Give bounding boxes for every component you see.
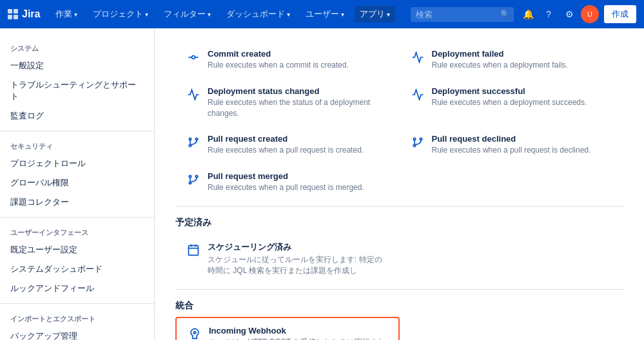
trigger-title: Deployment failed [432,49,568,59]
trigger-title: Deployment status changed [208,86,389,96]
sidebar-section-system: システム [0,39,154,56]
notifications-button[interactable]: 🔔 [519,5,537,23]
user-avatar[interactable]: U [581,5,599,23]
commit-icon [186,50,201,65]
page-layout: システム 一般設定 トラブルシューティングとサポート 監査ログ セキュリティ プ… [0,28,644,340]
nav-item-users[interactable]: ユーザー ▾ [300,6,349,23]
sidebar-section-security: セキュリティ [0,137,154,154]
sidebar-item-default-user[interactable]: 既定ユーザー設定 [0,240,154,260]
trigger-text: Pull request merged Rule executes when a… [208,171,364,193]
trigger-deployment-failed[interactable]: Deployment failed Rule executes when a d… [400,41,624,79]
trigger-commit-created[interactable]: Commit created Rule executes when a comm… [175,41,400,79]
trigger-title: Incoming Webhook [209,326,388,335]
sidebar-item-global-permissions[interactable]: グローバル権限 [0,173,154,193]
main-content: Commit created Rule executes when a comm… [155,28,644,340]
sidebar-item-backup[interactable]: バックアップ管理 [0,326,154,340]
trigger-desc: ルールは、HTTP POST を受信したときに実行されます。 [209,337,388,340]
trigger-pr-declined[interactable]: Pull request declined Rule executes when… [400,126,624,164]
svg-point-8 [413,145,415,147]
logo[interactable]: Jira [8,8,40,20]
nav-item-dashboard[interactable]: ダッシュボード ▾ [221,6,295,23]
trigger-desc: Rule executes when a deployment succeeds… [432,97,587,108]
trigger-desc: Rule executes when the status of a deplo… [208,97,389,119]
trigger-title: Pull request merged [208,171,364,181]
chevron-down-icon: ▾ [341,11,344,18]
trigger-desc: Rule executes when a deployment fails. [432,60,568,71]
search-wrap: 🔍 [411,7,514,22]
top-navigation: Jira 作業 ▾ プロジェクト ▾ フィルター ▾ ダッシュボード ▾ ユーザ… [0,0,644,28]
triggers-grid: Commit created Rule executes when a comm… [175,41,623,201]
chevron-down-icon: ▾ [74,11,77,18]
trigger-title: Commit created [208,49,349,59]
section-header-integration: 統合 [175,289,623,317]
svg-rect-15 [189,245,199,255]
chevron-down-icon: ▾ [208,11,211,18]
sidebar-item-troubleshoot[interactable]: トラブルシューティングとサポート [0,75,154,106]
trigger-title: Deployment successful [432,86,587,96]
trigger-text: Pull request declined Rule executes when… [432,134,591,156]
svg-point-11 [189,176,191,178]
search-input[interactable] [411,7,514,22]
trigger-deployment-successful[interactable]: Deployment successful Rule executes when… [400,79,624,127]
nav-item-projects[interactable]: プロジェクト ▾ [88,6,153,23]
trigger-desc: Rule executes when a pull request is mer… [208,182,364,193]
deploy-icon [410,87,425,102]
pr-icon [186,135,201,150]
settings-button[interactable]: ⚙ [560,5,578,23]
pr-icon [186,172,201,187]
clock-icon [186,242,201,258]
trigger-text: Deployment status changed Rule executes … [208,86,389,119]
svg-point-3 [189,138,191,140]
trigger-title: Pull request created [208,134,364,144]
sidebar-divider-1 [0,131,154,131]
sidebar: システム 一般設定 トラブルシューティングとサポート 監査ログ セキュリティ プ… [0,28,155,340]
topnav-icon-group: 🔔 ? ⚙ U [519,5,599,23]
trigger-text: Deployment successful Rule executes when… [432,86,587,108]
svg-point-4 [189,145,191,147]
nav-item-filters[interactable]: フィルター ▾ [159,6,216,23]
trigger-desc: Rule executes when a pull request is cre… [208,145,364,156]
help-button[interactable]: ? [540,5,558,23]
svg-point-5 [195,138,197,140]
sidebar-divider-3 [0,303,154,304]
grid-icon [8,9,18,19]
sidebar-section-ui: ユーザーインタフェース [0,223,154,240]
chevron-down-icon: ▾ [387,11,390,18]
trigger-desc: スケジュールに従ってルールを実行します: 特定の時間に JQL 検索を実行または… [208,254,389,276]
trigger-webhook[interactable]: Incoming Webhook ルールは、HTTP POST を受信したときに… [175,317,400,340]
trigger-pr-merged[interactable]: Pull request merged Rule executes when a… [175,164,400,201]
search-icon: 🔍 [500,10,510,19]
nav-item-work[interactable]: 作業 ▾ [50,6,83,23]
sidebar-section-import: インポートとエクスポート [0,309,154,326]
svg-point-7 [413,138,415,140]
logo-text: Jira [22,8,40,20]
trigger-text: Pull request created Rule executes when … [208,134,364,156]
deploy-icon [410,50,425,65]
trigger-pr-created[interactable]: Pull request created Rule executes when … [175,126,400,164]
deploy-icon [186,87,201,102]
trigger-text: Incoming Webhook ルールは、HTTP POST を受信したときに… [209,326,388,340]
sidebar-item-audit-log[interactable]: 監査ログ [0,106,154,126]
svg-point-13 [195,176,197,178]
sidebar-item-system-dashboard[interactable]: システムダッシュボード [0,260,154,279]
trigger-deployment-status[interactable]: Deployment status changed Rule executes … [175,79,400,127]
sidebar-divider-2 [0,217,154,218]
scheduled-triggers-grid: スケジューリング済み スケジュールに従ってルールを実行します: 特定の時間に J… [175,234,623,284]
svg-point-9 [420,138,422,140]
sidebar-item-look-feel[interactable]: ルックアンドフィール [0,279,154,298]
integration-triggers-grid: Incoming Webhook ルールは、HTTP POST を受信したときに… [175,317,623,340]
sidebar-item-project-roles[interactable]: プロジェクトロール [0,154,154,173]
trigger-text: スケジューリング済み スケジュールに従ってルールを実行します: 特定の時間に J… [208,241,389,276]
trigger-title: Pull request declined [432,134,591,144]
webhook-icon [187,326,202,340]
create-button[interactable]: 作成 [604,5,636,23]
nav-item-apps[interactable]: アプリ ▾ [355,6,395,23]
trigger-scheduled[interactable]: スケジューリング済み スケジュールに従ってルールを実行します: 特定の時間に J… [175,234,400,284]
trigger-text: Commit created Rule executes when a comm… [208,49,349,71]
chevron-down-icon: ▾ [145,11,148,18]
svg-point-12 [189,182,191,184]
trigger-desc: Rule executes when a commit is created. [208,60,349,71]
sidebar-item-issue-collector[interactable]: 課題コレクター [0,193,154,212]
svg-point-0 [192,56,195,59]
sidebar-item-general[interactable]: 一般設定 [0,56,154,75]
